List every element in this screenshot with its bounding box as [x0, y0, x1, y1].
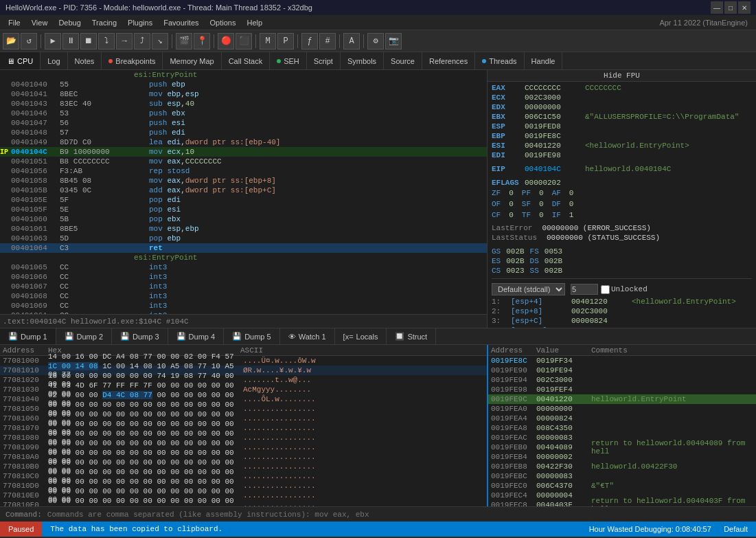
disasm-table[interactable]: esi:EntryPoint 00401040 55 push ebp 0040… — [0, 70, 487, 314]
formula-button[interactable]: ƒ — [301, 33, 318, 49]
stack-panel-row[interactable]: 0019FEA4 00000824 — [488, 414, 756, 423]
disasm-row[interactable]: 00401061 8BE5 mov esp,ebp — [0, 224, 487, 234]
disasm-row[interactable]: 0040105F 5E pop esi — [0, 205, 487, 214]
trace-button[interactable]: 📍 — [194, 33, 210, 49]
disasm-row[interactable]: 00401040 55 push ebp — [0, 80, 487, 89]
maximize-button[interactable]: □ — [724, 1, 737, 14]
menu-favourites[interactable]: Favourites — [158, 17, 204, 28]
stack-panel-row[interactable]: 0019FE90 0019FE94 — [488, 366, 756, 375]
open-button[interactable]: 📂 — [3, 33, 19, 49]
tab-memory-map[interactable]: Memory Map — [163, 52, 221, 69]
reg-ecx-row[interactable]: ECX 002C3000 — [492, 93, 752, 102]
reg-edx-row[interactable]: EDX 00000000 — [492, 102, 752, 112]
tab-dump3[interactable]: 💾 Dump 3 — [112, 328, 168, 344]
dump-panel[interactable]: Address Hex ASCII 77081000 14 00 16 00 D… — [0, 345, 488, 506]
step-over-button[interactable]: → — [116, 33, 133, 49]
tab-cpu[interactable]: 🖥 CPU — [0, 52, 41, 69]
menu-options[interactable]: Options — [205, 17, 242, 28]
tab-handle[interactable]: Handle — [525, 52, 563, 69]
tab-call-stack[interactable]: Call Stack — [222, 52, 271, 69]
close-button[interactable]: ✕ — [738, 1, 751, 14]
menu-help[interactable]: Help — [241, 17, 268, 28]
disasm-row[interactable]: 00401066 CC int3 — [0, 272, 487, 282]
animate-button[interactable]: 🎬 — [176, 33, 192, 49]
cmd-input[interactable] — [47, 511, 751, 519]
stack-panel-row[interactable]: 0019FEBC 00000083 — [488, 471, 756, 481]
disasm-row[interactable]: 00401047 56 push esi — [0, 118, 487, 128]
restart-button[interactable]: ↺ — [21, 33, 37, 49]
stack-panel-row-active[interactable]: 0019FE9C 00401220 helloworld.EntryPoint — [488, 394, 756, 404]
disasm-row[interactable]: 00401063 5D pop ebp — [0, 234, 487, 243]
mem-alloc-button[interactable]: M — [260, 33, 276, 49]
run-to-user-button[interactable]: ↘ — [152, 33, 168, 49]
stack-row-3[interactable]: 3: [esp+C] 00000824 — [492, 316, 752, 326]
minimize-button[interactable]: — — [711, 1, 723, 14]
menu-plugins[interactable]: Plugins — [122, 17, 158, 28]
reg-eip-row[interactable]: EIP 0040104C helloworld.0040104C — [492, 164, 752, 174]
hw-bp-button[interactable]: ⬛ — [236, 33, 252, 49]
disasm-row[interactable]: 00401060 5B pop ebx — [0, 214, 487, 224]
tab-dump5[interactable]: 💾 Dump 5 — [224, 328, 280, 344]
tab-watch1[interactable]: 👁 Watch 1 — [280, 328, 335, 344]
menu-debug[interactable]: Debug — [53, 17, 86, 28]
tab-seh[interactable]: SEH — [270, 52, 307, 69]
tab-source[interactable]: Source — [384, 52, 422, 69]
disasm-row[interactable]: 0040105B 0345 0C add eax,dword ptr ss:[e… — [0, 186, 487, 195]
tab-threads[interactable]: Threads — [475, 52, 524, 69]
stack-panel-row[interactable]: 0019FEB8 00422F30 helloworld.00422F30 — [488, 462, 756, 471]
call-stack-depth-input[interactable] — [571, 284, 598, 295]
tab-struct[interactable]: 🔲 Struct — [387, 328, 436, 344]
stack-panel-row[interactable]: 0019FEB0 00404089 return to helloworld.0… — [488, 442, 756, 452]
tab-script[interactable]: Script — [307, 52, 341, 69]
call-stack-dropdown[interactable]: Default (stdcall) — [492, 283, 565, 295]
stack-row-1[interactable]: 1: [esp+4] 00401220 <helloworld.EntryPoi… — [492, 297, 752, 306]
run-button[interactable]: ▶ — [45, 33, 61, 49]
tab-notes[interactable]: Notes — [68, 52, 102, 69]
menu-file[interactable]: File — [3, 17, 26, 28]
stack-panel-row[interactable]: 0019FEC0 006C4370 &"€T" — [488, 481, 756, 491]
tab-dump1[interactable]: 💾 Dump 1 — [0, 328, 56, 344]
disasm-row[interactable]: 00401041 8BEC mov ebp,esp — [0, 89, 487, 99]
unlocked-checkbox[interactable] — [601, 285, 610, 294]
disasm-row-current[interactable]: IP 0040104C B9 10000000 mov ecx,10 — [0, 147, 487, 157]
stack-panel-row[interactable]: 0019FE94 002C3000 — [488, 375, 756, 385]
tab-locals[interactable]: [x= Locals — [335, 328, 387, 344]
bp-button[interactable]: 🔴 — [218, 33, 234, 49]
hash-button[interactable]: # — [319, 33, 336, 49]
stack-panel-row[interactable]: 0019FE98 0019FEF4 — [488, 385, 756, 394]
stack-row-4[interactable]: 4: [esp+10] 00000000 — [492, 326, 752, 328]
tab-log[interactable]: Log — [41, 52, 67, 69]
disasm-row[interactable]: 00401068 CC int3 — [0, 291, 487, 301]
disasm-row[interactable]: 00401043 83EC 40 sub esp,40 — [0, 99, 487, 109]
tab-symbols[interactable]: Symbols — [341, 52, 384, 69]
disasm-row[interactable]: 00401049 8D7D C0 lea edi,dword ptr ss:[e… — [0, 137, 487, 147]
reg-esp-row[interactable]: ESP 0019FED8 — [492, 122, 752, 131]
patch-button[interactable]: P — [277, 33, 294, 49]
disasm-row-highlighted[interactable]: 00401064 C3 ret — [0, 243, 487, 253]
disasm-row[interactable]: 00401065 CC int3 — [0, 262, 487, 272]
dump-row[interactable]: 770810F0 00 00 00 00 00 00 00 00 00 00 0… — [0, 500, 487, 506]
reg-esi-row[interactable]: ESI 00401220 <helloworld.EntryPoint> — [492, 141, 752, 150]
reg-eax-row[interactable]: EAX CCCCCCCC CCCCCCCC — [492, 83, 752, 93]
fpu-header[interactable]: Hide FPU — [488, 70, 756, 82]
tab-dump2[interactable]: 💾 Dump 2 — [56, 328, 113, 344]
disasm-row[interactable]: 0040105E 5F pop edi — [0, 195, 487, 205]
stack-panel-row[interactable]: 0019FE8C 0019FF34 — [488, 356, 756, 366]
disasm-row[interactable]: 00401056 F3:AB rep stosd — [0, 166, 487, 176]
step-into-button[interactable]: ⤵ — [98, 33, 115, 49]
stack-panel-row[interactable]: 0019FEA0 00000000 — [488, 404, 756, 414]
tab-references[interactable]: References — [422, 52, 475, 69]
stack-row-2[interactable]: 2: [esp+8] 002C3000 — [492, 306, 752, 316]
step-out-button[interactable]: ⤴ — [134, 33, 150, 49]
screenshot-button[interactable]: 📷 — [385, 33, 402, 49]
reg-edi-row[interactable]: EDI 0019FE98 — [492, 150, 752, 160]
tab-breakpoints[interactable]: Breakpoints — [102, 52, 163, 69]
disasm-row[interactable]: 00401067 CC int3 — [0, 282, 487, 291]
tab-dump4[interactable]: 💾 Dump 4 — [168, 328, 225, 344]
disasm-row[interactable]: 00401058 8B45 08 mov eax,dword ptr ss:[e… — [0, 176, 487, 186]
font-button[interactable]: A — [343, 33, 360, 49]
settings-button[interactable]: ⚙ — [367, 33, 384, 49]
stack-panel-row[interactable]: 0019FEA8 008C4350 — [488, 423, 756, 433]
disasm-row[interactable]: 00401051 B8 CCCCCCCC mov eax,CCCCCCCC — [0, 157, 487, 166]
menu-view[interactable]: View — [26, 17, 54, 28]
